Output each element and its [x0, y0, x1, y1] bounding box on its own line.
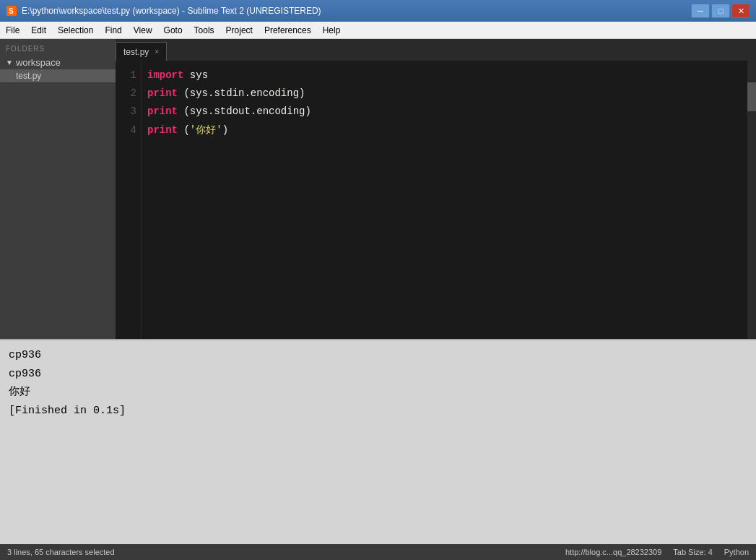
- status-bar: 3 lines, 65 characters selected http://b…: [0, 544, 756, 560]
- close-button[interactable]: ✕: [731, 4, 750, 18]
- output-panel: cp936 cp936 你好 [Finished in 0.1s]: [0, 339, 756, 544]
- status-tab-size[interactable]: Tab Size: 4: [673, 548, 712, 556]
- output-line-3: 你好: [9, 383, 747, 402]
- menu-goto[interactable]: Goto: [158, 22, 188, 38]
- status-language[interactable]: Python: [724, 548, 749, 556]
- editor-section: FOLDERS ▼ workspace test.py test.py × 1: [0, 39, 756, 339]
- menu-help[interactable]: Help: [317, 22, 347, 38]
- minimize-button[interactable]: ─: [691, 4, 710, 18]
- svg-text:S: S: [9, 7, 14, 15]
- title-bar-left: S E:\python\workspace\test.py (workspace…: [6, 5, 321, 17]
- menu-selection[interactable]: Selection: [52, 22, 99, 38]
- output-line-4: [Finished in 0.1s]: [9, 402, 747, 421]
- workspace-label: workspace: [16, 57, 61, 68]
- file-tab[interactable]: test.py ×: [116, 42, 167, 61]
- editor-scrollbar[interactable]: [747, 61, 756, 339]
- menu-project[interactable]: Project: [220, 22, 258, 38]
- menu-preferences[interactable]: Preferences: [258, 22, 317, 38]
- menu-edit[interactable]: Edit: [25, 22, 52, 38]
- file-label: test.py: [16, 71, 41, 81]
- scrollbar-thumb[interactable]: [747, 82, 756, 111]
- line-number-1: 1: [121, 66, 136, 85]
- main-area: FOLDERS ▼ workspace test.py test.py × 1: [0, 39, 756, 560]
- code-lines[interactable]: import sys print (sys.stdin.encoding) pr…: [142, 61, 747, 339]
- menu-file[interactable]: File: [0, 22, 25, 38]
- sidebar: FOLDERS ▼ workspace test.py: [0, 39, 116, 339]
- output-content: cp936 cp936 你好 [Finished in 0.1s]: [0, 340, 756, 544]
- line-number-4: 4: [121, 121, 136, 139]
- code-line-2: print (sys.stdin.encoding): [147, 85, 742, 103]
- file-item[interactable]: test.py: [0, 69, 116, 82]
- status-left: 3 lines, 65 characters selected: [7, 548, 115, 556]
- tab-bar: test.py ×: [116, 39, 756, 61]
- title-text: E:\python\workspace\test.py (workspace) …: [22, 6, 321, 16]
- code-editor: test.py × 1 2 3 4 import sys print (sys.…: [116, 39, 756, 339]
- status-url: http://blog.c...qq_28232309: [565, 548, 661, 556]
- menu-view[interactable]: View: [128, 22, 158, 38]
- code-content[interactable]: 1 2 3 4 import sys print (sys.stdin.enco…: [116, 61, 756, 339]
- code-line-3: print (sys.stdout.encoding): [147, 103, 742, 121]
- tab-label: test.py: [123, 47, 149, 57]
- code-line-1: import sys: [147, 66, 742, 85]
- title-bar-controls: ─ □ ✕: [691, 4, 750, 18]
- line-number-2: 2: [121, 85, 136, 103]
- line-numbers: 1 2 3 4: [116, 61, 142, 339]
- workspace-item[interactable]: ▼ workspace: [0, 56, 116, 69]
- code-line-4: print ('你好'): [147, 121, 742, 139]
- status-right: http://blog.c...qq_28232309 Tab Size: 4 …: [565, 548, 749, 556]
- menu-bar: File Edit Selection Find View Goto Tools…: [0, 22, 756, 39]
- maximize-button[interactable]: □: [711, 4, 730, 18]
- output-line-1: cp936: [9, 346, 747, 365]
- menu-tools[interactable]: Tools: [188, 22, 220, 38]
- folder-arrow-icon: ▼: [6, 59, 13, 66]
- app-icon: S: [6, 5, 17, 17]
- line-number-3: 3: [121, 103, 136, 121]
- title-bar: S E:\python\workspace\test.py (workspace…: [0, 0, 756, 22]
- output-line-2: cp936: [9, 365, 747, 384]
- tab-close-icon[interactable]: ×: [155, 48, 159, 56]
- folders-label: FOLDERS: [0, 39, 116, 56]
- menu-find[interactable]: Find: [99, 22, 127, 38]
